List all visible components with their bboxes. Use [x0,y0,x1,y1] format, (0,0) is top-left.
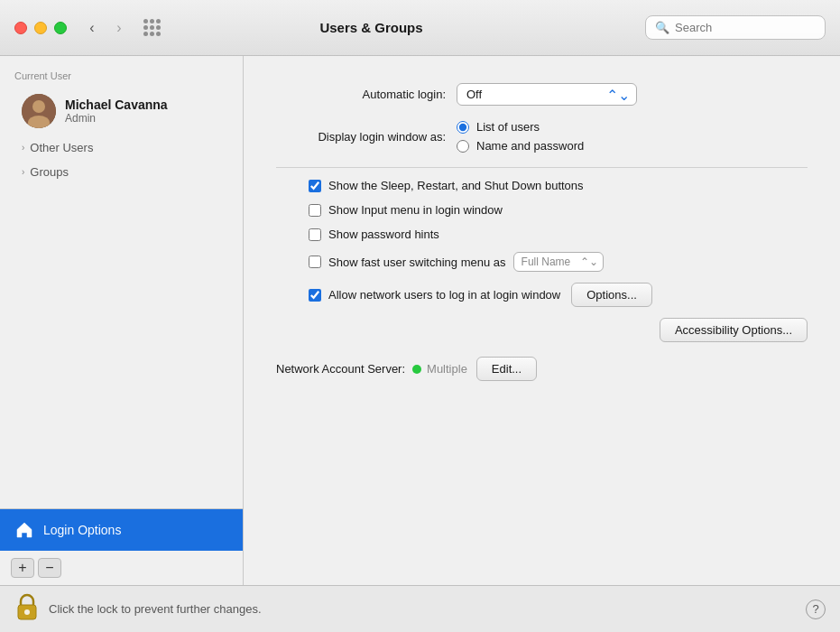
allow-network-checkbox[interactable] [309,289,321,302]
lock-icon[interactable] [14,592,40,627]
network-account-row: Network Account Server: Multiple Edit... [276,357,808,381]
chevron-icon: › [22,167,24,177]
fast-user-select-wrapper: Full Name Short Name Icon ⌃⌄ [513,252,604,272]
name-and-password-radio[interactable]: Name and password [457,139,584,153]
titlebar: ‹ › Users & Groups 🔍 [0,0,840,56]
grid-icon[interactable] [141,17,162,39]
add-user-button[interactable]: + [11,558,34,578]
automatic-login-row: Automatic login: Off Michael Cavanna ⌃⌄ [276,83,808,106]
chevron-icon: › [22,143,24,153]
close-button[interactable] [14,22,27,34]
network-status-dot [412,365,421,374]
network-account-label: Network Account Server: [276,362,405,376]
user-role: Admin [65,112,168,125]
automatic-login-label: Automatic login: [276,88,457,101]
edit-button[interactable]: Edit... [476,357,537,381]
divider [276,167,808,168]
bottom-bar: Click the lock to prevent further change… [0,585,840,632]
window-title: Users & Groups [97,20,645,35]
search-input[interactable] [675,21,816,34]
maximize-button[interactable] [54,22,67,34]
svg-rect-4 [24,609,30,615]
forward-button[interactable]: › [108,17,130,39]
avatar [22,94,56,128]
sidebar-actions: + − [0,551,243,585]
display-login-row: Display login window as: List of users N… [276,120,808,153]
login-options-button[interactable]: Login Options [0,509,243,551]
user-info: Michael Cavanna Admin [65,98,168,125]
radio-group: List of users Name and password [457,120,584,153]
show-fast-user-checkbox[interactable] [309,256,321,268]
login-options-label: Login Options [43,523,121,537]
show-password-hints-label: Show password hints [328,228,439,241]
show-fast-user-row: Show fast user switching menu as Full Na… [309,252,808,272]
main-content: Current User Michael Cavanna Admin › Oth… [0,56,840,585]
fast-user-select[interactable]: Full Name Short Name Icon [513,252,604,272]
name-and-password-label: Name and password [476,139,584,153]
content-area: Automatic login: Off Michael Cavanna ⌃⌄ … [244,56,840,585]
list-of-users-radio[interactable]: List of users [457,120,584,134]
show-input-row: Show Input menu in login window [309,203,808,217]
accessibility-options-row: Accessibility Options... [276,318,808,342]
current-user-item[interactable]: Michael Cavanna Admin [7,87,235,135]
current-user-label: Current User [0,67,243,87]
other-users-label: Other Users [30,141,93,154]
show-password-hints-row: Show password hints [309,228,808,241]
automatic-login-select[interactable]: Off Michael Cavanna [457,83,637,106]
accessibility-options-button[interactable]: Accessibility Options... [660,318,808,342]
search-icon: 🔍 [655,21,669,34]
list-of-users-label: List of users [476,120,540,134]
help-button[interactable]: ? [806,599,826,619]
lock-message: Click the lock to prevent further change… [49,602,806,616]
remove-user-button[interactable]: − [38,558,61,578]
user-name: Michael Cavanna [65,98,168,112]
svg-point-1 [32,100,45,113]
groups-item[interactable]: › Groups [7,160,235,184]
minimize-button[interactable] [34,22,47,34]
groups-label: Groups [30,165,69,179]
show-input-checkbox[interactable] [309,204,321,217]
show-sleep-label: Show the Sleep, Restart, and Shut Down b… [328,179,584,192]
allow-network-label: Allow network users to log in at login w… [328,288,560,302]
automatic-login-select-wrapper: Off Michael Cavanna ⌃⌄ [457,83,637,106]
sidebar-bottom: Login Options + − [0,508,243,585]
search-box[interactable]: 🔍 [645,15,826,40]
sidebar-list: Current User Michael Cavanna Admin › Oth… [0,56,243,508]
display-login-label: Display login window as: [276,130,457,144]
allow-network-row: Allow network users to log in at login w… [309,283,808,307]
home-icon [14,520,34,540]
network-status-text: Multiple [427,362,467,376]
traffic-lights [14,22,67,34]
show-password-hints-checkbox[interactable] [309,228,321,241]
show-fast-user-label: Show fast user switching menu as [328,256,506,269]
show-sleep-checkbox[interactable] [309,180,321,192]
show-input-label: Show Input menu in login window [328,203,503,217]
options-button[interactable]: Options... [571,283,652,307]
show-sleep-row: Show the Sleep, Restart, and Shut Down b… [309,179,808,192]
sidebar: Current User Michael Cavanna Admin › Oth… [0,56,244,585]
other-users-item[interactable]: › Other Users [7,135,235,160]
